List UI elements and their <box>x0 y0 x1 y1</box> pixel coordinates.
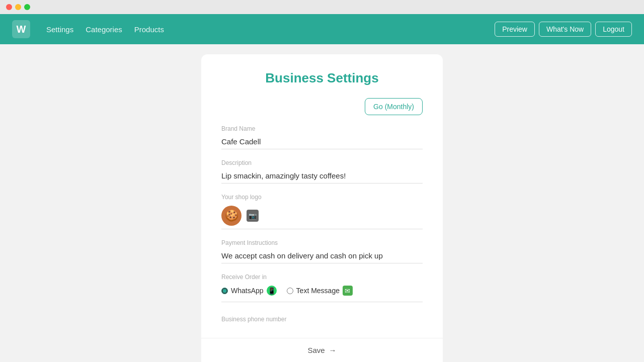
description-group: Description <box>221 159 423 184</box>
save-button[interactable]: Save → <box>307 346 336 354</box>
navbar: W Settings Categories Products Preview W… <box>0 14 644 44</box>
whats-now-button[interactable]: What's Now <box>539 22 591 37</box>
save-bar: Save → <box>201 338 443 362</box>
shop-logo-image: 🍪 <box>221 206 242 226</box>
brand-name-group: Brand Name <box>221 125 423 149</box>
navbar-left: W Settings Categories Products <box>12 20 164 38</box>
logo-letter: W <box>17 24 26 35</box>
go-monthly-button[interactable]: Go (Monthly) <box>365 98 423 115</box>
app-container: W Settings Categories Products Preview W… <box>0 14 644 362</box>
navbar-nav: Settings Categories Products <box>46 25 164 34</box>
radio-group: WhatsApp 📱 Text Message ✉ <box>221 286 423 302</box>
nav-settings[interactable]: Settings <box>46 25 73 34</box>
browser-chrome <box>0 0 644 14</box>
traffic-light-green[interactable] <box>24 4 30 10</box>
save-arrow: → <box>329 346 337 354</box>
nav-categories[interactable]: Categories <box>86 25 122 34</box>
brand-name-label: Brand Name <box>221 125 423 132</box>
receive-order-group: Receive Order in WhatsApp 📱 Text Message… <box>221 274 423 302</box>
save-label: Save <box>307 346 325 354</box>
whatsapp-icon: 📱 <box>267 286 277 296</box>
logo-section: 🍪 📷 <box>221 203 423 229</box>
receive-order-label: Receive Order in <box>221 274 423 281</box>
text-message-radio[interactable] <box>287 288 293 294</box>
camera-upload-button[interactable]: 📷 <box>247 210 259 222</box>
whatsapp-radio[interactable] <box>221 288 228 294</box>
app-logo: W <box>12 20 30 38</box>
shop-logo-emoji: 🍪 <box>225 209 238 222</box>
settings-card: Business Settings Go (Monthly) Brand Nam… <box>201 54 443 362</box>
preview-button[interactable]: Preview <box>495 22 535 37</box>
payment-label: Payment Instructions <box>221 239 423 246</box>
page-title: Business Settings <box>221 70 423 86</box>
text-message-option[interactable]: Text Message ✉ <box>287 286 353 296</box>
partial-bottom-row: Business phone number <box>221 310 423 323</box>
text-message-label: Text Message <box>296 287 340 295</box>
brand-name-input[interactable] <box>221 134 423 149</box>
description-input[interactable] <box>221 168 423 184</box>
payment-input[interactable] <box>221 248 423 263</box>
sms-icon: ✉ <box>343 286 353 296</box>
go-monthly-row: Go (Monthly) <box>221 98 423 115</box>
main-content: Business Settings Go (Monthly) Brand Nam… <box>0 44 644 362</box>
partial-label: Business phone number <box>221 316 286 323</box>
whatsapp-option[interactable]: WhatsApp 📱 <box>221 286 277 296</box>
traffic-light-yellow[interactable] <box>15 4 21 10</box>
description-label: Description <box>221 159 423 166</box>
payment-group: Payment Instructions <box>221 239 423 263</box>
navbar-right: Preview What's Now Logout <box>495 22 632 37</box>
traffic-light-red[interactable] <box>6 4 12 10</box>
whatsapp-label: WhatsApp <box>231 287 264 295</box>
logout-button[interactable]: Logout <box>595 22 632 37</box>
shop-logo-label: Your shop logo <box>221 194 423 201</box>
nav-products[interactable]: Products <box>134 25 164 34</box>
shop-logo-group: Your shop logo 🍪 📷 <box>221 194 423 229</box>
